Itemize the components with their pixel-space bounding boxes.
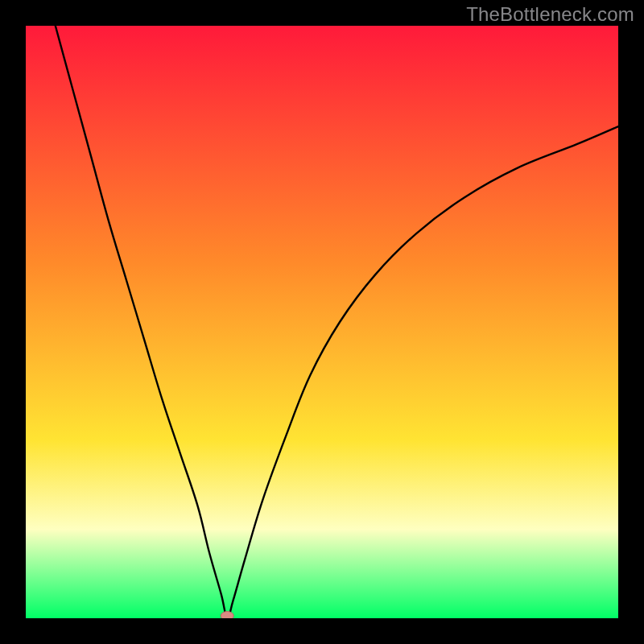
watermark-text: TheBottleneck.com: [466, 3, 634, 26]
bottleneck-chart: [26, 26, 618, 618]
gradient-background: [26, 26, 618, 618]
optimal-point-marker: [221, 612, 233, 619]
plot-area: [26, 26, 618, 618]
chart-root: TheBottleneck.com: [0, 0, 644, 644]
